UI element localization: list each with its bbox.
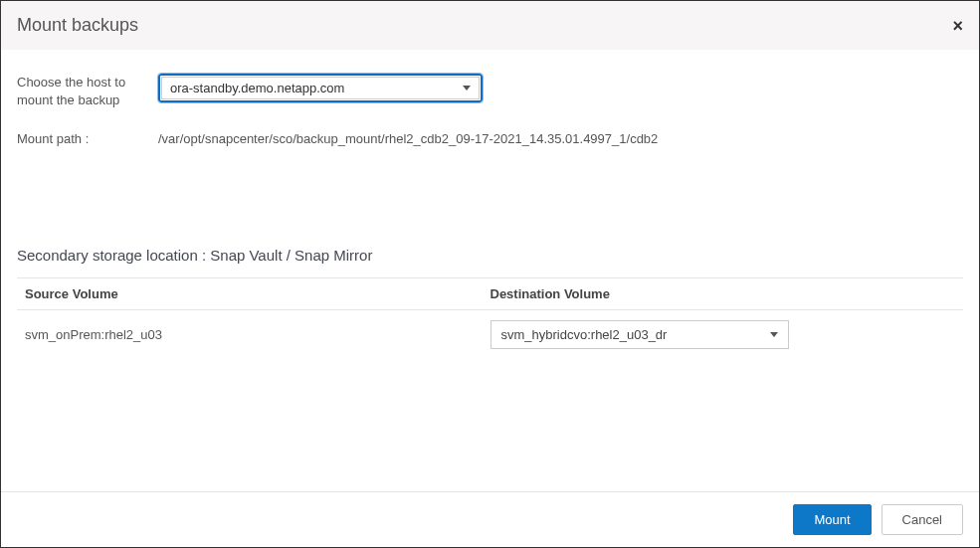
dialog-header: Mount backups × [1, 1, 979, 50]
destination-volume-select[interactable]: svm_hybridcvo:rhel2_u03_dr [490, 320, 789, 349]
secondary-section-title: Secondary storage location : Snap Vault … [17, 247, 963, 264]
cancel-button[interactable]: Cancel [882, 504, 963, 535]
col-header-source: Source Volume [25, 286, 490, 301]
mount-button[interactable]: Mount [793, 504, 871, 535]
dialog-title: Mount backups [17, 15, 138, 36]
table-row: svm_onPrem:rhel2_u03 svm_hybridcvo:rhel2… [17, 310, 963, 359]
dialog-content: Choose the host to mount the backup ora-… [1, 50, 979, 375]
destination-volume-value: svm_hybridcvo:rhel2_u03_dr [501, 327, 668, 342]
mount-path-value: /var/opt/snapcenter/sco/backup_mount/rhe… [158, 131, 963, 147]
dialog-footer: Mount Cancel [1, 491, 979, 547]
host-label: Choose the host to mount the backup [17, 74, 158, 109]
col-header-destination: Destination Volume [490, 286, 956, 301]
source-volume-value: svm_onPrem:rhel2_u03 [25, 327, 490, 342]
chevron-down-icon [770, 332, 778, 337]
table-header: Source Volume Destination Volume [17, 278, 963, 309]
host-select-value: ora-standby.demo.netapp.com [170, 81, 344, 95]
mount-path-label: Mount path : [17, 131, 158, 147]
chevron-down-icon [463, 86, 471, 91]
host-select[interactable]: ora-standby.demo.netapp.com [158, 74, 483, 102]
close-icon[interactable]: × [952, 17, 963, 35]
